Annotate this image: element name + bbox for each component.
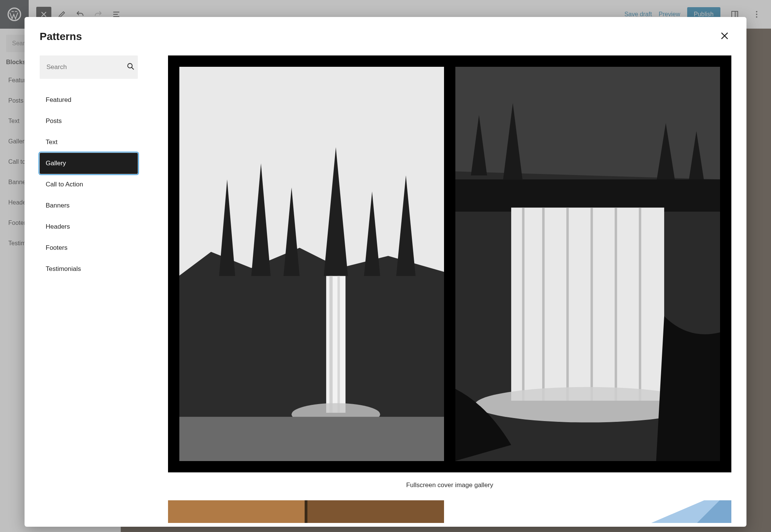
svg-rect-27: [168, 500, 306, 523]
pattern-label: Fullscreen cover image gallery: [168, 481, 731, 489]
category-call-to-action[interactable]: Call to Action: [40, 174, 138, 195]
modal-close-button[interactable]: [718, 29, 731, 44]
patterns-search-wrap: [40, 55, 138, 79]
svg-rect-15: [179, 417, 444, 461]
modal-title: Patterns: [40, 31, 82, 43]
svg-rect-11: [326, 276, 345, 413]
category-text[interactable]: Text: [40, 132, 138, 153]
category-headers[interactable]: Headers: [40, 216, 138, 237]
pattern-preview-image-left: [179, 67, 444, 461]
category-footers[interactable]: Footers: [40, 237, 138, 258]
pattern-row-2: [168, 500, 731, 523]
svg-rect-28: [306, 500, 444, 523]
patterns-modal: Patterns Featured Posts Text Gallery Cal…: [25, 17, 746, 527]
modal-header: Patterns: [25, 17, 746, 48]
category-featured[interactable]: Featured: [40, 89, 138, 111]
pattern-card-3[interactable]: [455, 500, 731, 523]
svg-rect-17: [455, 180, 720, 212]
patterns-category-sidebar: Featured Posts Text Gallery Call to Acti…: [25, 48, 153, 527]
pattern-preview-image-right: [455, 67, 720, 461]
close-icon: [719, 31, 730, 41]
svg-rect-12: [329, 276, 333, 413]
search-icon: [126, 62, 135, 72]
category-nav: Featured Posts Text Gallery Call to Acti…: [40, 89, 138, 280]
category-gallery[interactable]: Gallery: [40, 153, 138, 174]
pattern-preview: [168, 55, 731, 472]
svg-line-8: [132, 68, 134, 70]
pattern-card-2[interactable]: [168, 500, 444, 523]
category-banners[interactable]: Banners: [40, 195, 138, 216]
pattern-card-fullscreen-gallery[interactable]: Fullscreen cover image gallery: [168, 55, 731, 489]
svg-rect-13: [338, 276, 340, 413]
svg-point-7: [128, 63, 132, 68]
category-posts[interactable]: Posts: [40, 111, 138, 132]
patterns-grid: Fullscreen cover image gallery: [153, 48, 746, 527]
category-testimonials[interactable]: Testimonials: [40, 258, 138, 280]
patterns-search-input[interactable]: [46, 63, 126, 71]
